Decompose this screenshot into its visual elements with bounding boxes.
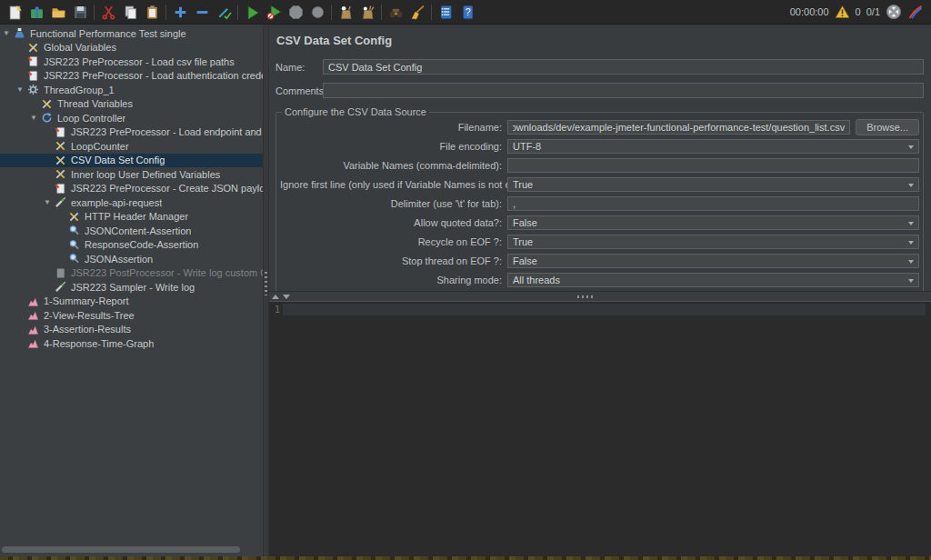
delimiter-label: Delimiter (use '\t' for tab): (280, 198, 507, 209)
save-button[interactable] (69, 1, 91, 23)
clear-icon (338, 5, 354, 20)
assertion-icon (68, 253, 80, 265)
log-editor[interactable] (283, 302, 931, 556)
log-viewer[interactable]: 1 (269, 301, 931, 556)
expander-icon[interactable] (44, 199, 55, 206)
filename-label: Filename: (280, 122, 507, 133)
jmeter-logo-icon (907, 5, 924, 20)
help-button[interactable]: ? (456, 1, 478, 23)
delimiter-input[interactable] (507, 196, 919, 211)
toggle-button[interactable] (213, 1, 235, 23)
user-defined-variables-icon (55, 168, 66, 180)
start-no-pauses-button[interactable] (263, 1, 285, 23)
name-input[interactable] (323, 59, 924, 75)
copy-icon (123, 5, 138, 20)
tree-item-responsecode-assertion[interactable]: ResponseCode-Assertion (0, 238, 263, 253)
tree-item-summary-report[interactable]: 1-Summary-Report (0, 295, 263, 309)
scrollbar-thumb[interactable] (2, 546, 240, 553)
element-config-panel: CSV Data Set Config Name: Comments: Conf… (269, 25, 931, 291)
stop-button[interactable] (285, 1, 306, 23)
allow-quoted-data-dropdown[interactable]: False (507, 215, 919, 230)
templates-button[interactable] (25, 1, 47, 23)
expand-all-button[interactable] (169, 1, 191, 23)
tree-item-loop-controller[interactable]: Loop Controller (0, 111, 263, 125)
expand-up-icon[interactable] (272, 295, 279, 299)
sampler-icon (55, 196, 66, 208)
jsr223-icon (55, 183, 66, 195)
tree-item-view-results-tree[interactable]: 2-View-Results-Tree (0, 308, 263, 323)
copy-button[interactable] (119, 1, 141, 23)
new-button[interactable] (4, 1, 25, 23)
stop-thread-on-eof-dropdown[interactable]: False (507, 254, 919, 268)
ignore-first-line-label: Ignore first line (only used if Variable… (280, 179, 507, 190)
tree-item-example-api-request[interactable]: example-api-request (0, 195, 263, 210)
tree-item-jsr223-load-csv-paths[interactable]: JSR223 PreProcessor - Load csv file path… (0, 55, 263, 69)
search-button[interactable] (385, 1, 406, 23)
start-button[interactable] (241, 1, 263, 23)
tree-item-test-plan[interactable]: Functional Performance Test single (0, 26, 263, 41)
variable-names-input[interactable] (507, 158, 919, 173)
collapse-all-button[interactable] (191, 1, 213, 23)
tree-item-jsr223-create-json[interactable]: JSR223 PreProcessor - Create JSON payloa… (0, 182, 263, 196)
toolbar-status: 00:00:00 0 0/1 (790, 4, 927, 20)
active-threads: 0/1 (866, 6, 880, 17)
function-helper-button[interactable] (435, 1, 456, 23)
jmeter-window: ? 00:00:00 0 0/1 Functional Performance … (0, 0, 931, 560)
tree-item-response-time-graph[interactable]: 4-Response-Time-Graph (0, 336, 263, 351)
tree-item-jsr223-load-endpoint[interactable]: JSR223 PreProcessor - Load endpoint and … (0, 125, 263, 140)
stop-thread-on-eof-label: Stop thread on EOF ?: (280, 255, 507, 266)
jsr223-icon (27, 55, 39, 67)
tree-item-inner-loop-udv[interactable]: Inner loop User Defined Variables (0, 167, 263, 182)
warning-icon[interactable] (835, 5, 850, 19)
collapse-down-icon[interactable] (283, 295, 290, 299)
thread-group-icon (27, 84, 39, 95)
tree-item-assertion-results[interactable]: 3-Assertion-Results (0, 323, 263, 337)
expander-icon[interactable] (16, 86, 27, 94)
splitter-grip-icon (577, 295, 594, 298)
tree-item-thread-variables[interactable]: Thread Variables (0, 97, 263, 112)
tree-item-jsoncontent-assertion[interactable]: JSONContent-Assertion (0, 224, 263, 238)
assertion-icon (68, 225, 80, 236)
tree-item-jsr223-load-auth[interactable]: JSR223 PreProcessor - Load authenticatio… (0, 69, 263, 84)
tree-item-threadgroup-1[interactable]: ThreadGroup_1 (0, 83, 263, 97)
search-reset-button[interactable] (406, 1, 428, 23)
expander-icon[interactable] (3, 30, 14, 37)
open-button[interactable] (47, 1, 69, 23)
sharing-mode-dropdown[interactable]: All threads (507, 273, 919, 287)
panel-splitter[interactable] (263, 25, 269, 556)
help-icon: ? (460, 5, 476, 20)
ignore-first-line-dropdown[interactable]: True (507, 177, 919, 192)
comments-input[interactable] (323, 83, 924, 98)
clear-all-button[interactable] (356, 1, 378, 23)
allow-quoted-data-label: Allow quoted data?: (280, 217, 507, 228)
file-encoding-dropdown[interactable]: UTF-8 (507, 139, 919, 154)
paste-icon (145, 5, 160, 20)
jsr223-icon (55, 126, 66, 138)
start-no-pauses-icon (266, 5, 282, 20)
tree-horizontal-scrollbar[interactable] (2, 546, 240, 553)
tree-item-jsr223-sampler-write-log[interactable]: JSR223 Sampler - Write log (0, 280, 263, 295)
tree-item-global-variables[interactable]: Global Variables (0, 41, 263, 55)
file-encoding-label: File encoding: (280, 141, 507, 152)
tree-item-jsonassertion[interactable]: JSONAssertion (0, 252, 263, 266)
filename-input[interactable] (507, 120, 850, 135)
shutdown-button[interactable] (306, 1, 328, 23)
user-defined-variables-icon (27, 42, 39, 54)
expander-icon[interactable] (30, 115, 41, 122)
listener-icon (27, 309, 39, 321)
toolbar-separator (381, 5, 382, 20)
tree-item-csv-data-set-config[interactable]: CSV Data Set Config (0, 154, 263, 168)
toolbar-separator (331, 5, 332, 20)
listener-icon (27, 337, 39, 349)
paste-button[interactable] (141, 1, 163, 23)
sampler-icon (55, 281, 66, 293)
tree-item-http-header-manager[interactable]: HTTP Header Manager (0, 210, 263, 225)
tree-item-loopcounter[interactable]: LoopCounter (0, 139, 263, 154)
browse-button[interactable]: Browse... (856, 119, 919, 135)
recycle-on-eof-dropdown[interactable]: True (507, 235, 919, 249)
page-title: CSV Data Set Config (276, 34, 924, 47)
cut-button[interactable] (97, 1, 119, 23)
clear-button[interactable] (335, 1, 356, 23)
log-splitter[interactable] (269, 291, 931, 301)
tree-item-jsr223-postprocessor-write-log[interactable]: JSR223 PostProcessor - Write log custom … (0, 266, 263, 281)
